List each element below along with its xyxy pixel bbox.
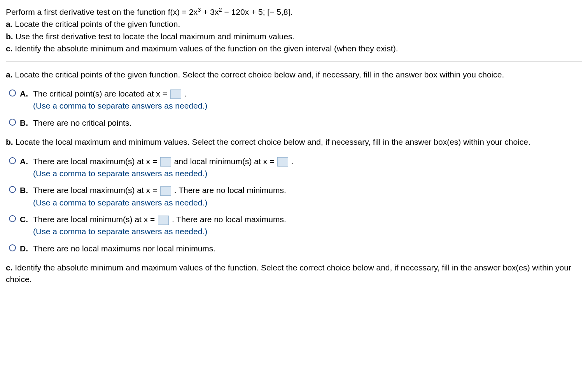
part-b-prompt: b. Locate the local maximum and minimum …: [6, 136, 582, 147]
radio-icon[interactable]: [9, 89, 16, 96]
intro-b-label: b.: [6, 32, 13, 41]
choice-letter: C.: [20, 214, 28, 225]
intro-mid1: + 3x: [201, 7, 219, 16]
answer-input[interactable]: [277, 157, 288, 167]
choice-body: There are no local maximums nor local mi…: [33, 243, 582, 254]
intro-a-label: a.: [6, 19, 13, 28]
choice-letter: B.: [20, 117, 28, 128]
choice-text-after: .: [182, 89, 187, 98]
choice-body: There are local minimum(s) at x = . Ther…: [33, 214, 582, 237]
choice-b-C[interactable]: C. There are local minimum(s) at x = . T…: [6, 214, 582, 237]
part-b-label: b.: [6, 137, 13, 146]
part-b-text: Locate the local maximum and minimum val…: [13, 137, 530, 146]
choice-text-after: . There are no local maximums.: [170, 215, 286, 224]
part-a-prompt: a. Locate the critical points of the giv…: [6, 69, 582, 80]
radio-icon[interactable]: [9, 157, 16, 164]
intro-b-text: Use the first derivative test to locate …: [16, 32, 295, 41]
intro-mid2: − 120x + 5; [− 5,8].: [222, 7, 293, 16]
choice-letter: A.: [20, 88, 28, 99]
radio-icon[interactable]: [9, 244, 16, 251]
choice-text-before: There are local minimum(s) at x =: [33, 215, 157, 224]
radio-icon[interactable]: [9, 215, 16, 222]
choice-a-A[interactable]: A. The critical point(s) are located at …: [6, 88, 582, 112]
choice-letter: D.: [20, 243, 28, 254]
intro-b: b. Use the first derivative test to loca…: [6, 31, 582, 42]
choice-text: There are no local maximums nor local mi…: [33, 244, 215, 253]
choice-text-after: .: [289, 157, 294, 166]
divider: [6, 61, 582, 62]
choice-letter: A.: [20, 156, 28, 167]
choice-b-A[interactable]: A. There are local maximum(s) at x = and…: [6, 156, 582, 179]
intro-sup2: 2: [219, 7, 222, 13]
choice-body: There are no critical points.: [33, 117, 582, 128]
answer-input[interactable]: [170, 89, 181, 99]
intro-main: Perform a first derivative test on the f…: [6, 7, 198, 16]
intro-c-label: c.: [6, 44, 13, 53]
part-c-prompt: c. Identify the absolute minimum and max…: [6, 262, 582, 285]
part-a-choices: A. The critical point(s) are located at …: [6, 88, 582, 128]
intro-a: a. Locate the critical points of the giv…: [6, 18, 582, 30]
choice-a-B[interactable]: B. There are no critical points.: [6, 117, 582, 128]
choice-text: There are no critical points.: [33, 118, 131, 127]
choice-hint: (Use a comma to separate answers as need…: [33, 168, 582, 179]
choice-text-mid: and local minimum(s) at x =: [172, 157, 276, 166]
intro-a-text: Locate the critical points of the given …: [15, 19, 180, 28]
question-intro: Perform a first derivative test on the f…: [6, 6, 582, 18]
part-b-choices: A. There are local maximum(s) at x = and…: [6, 156, 582, 254]
radio-icon[interactable]: [9, 186, 16, 193]
intro-c: c. Identify the absolute minimum and max…: [6, 43, 582, 54]
choice-text-before: The critical point(s) are located at x =: [33, 89, 170, 98]
part-a-label: a.: [6, 70, 13, 79]
choice-body: There are local maximum(s) at x = . Ther…: [33, 184, 582, 208]
answer-input[interactable]: [160, 186, 171, 196]
choice-hint: (Use a comma to separate answers as need…: [33, 226, 582, 237]
choice-text-before: There are local maximum(s) at x =: [33, 157, 159, 166]
choice-hint: (Use a comma to separate answers as need…: [33, 197, 582, 208]
choice-body: There are local maximum(s) at x = and lo…: [33, 156, 582, 179]
choice-b-B[interactable]: B. There are local maximum(s) at x = . T…: [6, 184, 582, 208]
choice-text-after: . There are no local minimums.: [172, 186, 286, 195]
choice-hint: (Use a comma to separate answers as need…: [33, 100, 582, 111]
answer-input[interactable]: [160, 157, 171, 167]
radio-icon[interactable]: [9, 119, 16, 126]
choice-text-before: There are local maximum(s) at x =: [33, 186, 159, 195]
choice-body: The critical point(s) are located at x =…: [33, 88, 582, 112]
intro-c-text: Identify the absolute minimum and maximu…: [15, 44, 398, 53]
answer-input[interactable]: [158, 216, 169, 225]
part-c-label: c.: [6, 263, 13, 272]
part-a-text: Locate the critical points of the given …: [13, 70, 504, 79]
choice-b-D[interactable]: D. There are no local maximums nor local…: [6, 243, 582, 254]
choice-letter: B.: [20, 184, 28, 196]
part-c-text: Identify the absolute minimum and maximu…: [6, 263, 571, 283]
